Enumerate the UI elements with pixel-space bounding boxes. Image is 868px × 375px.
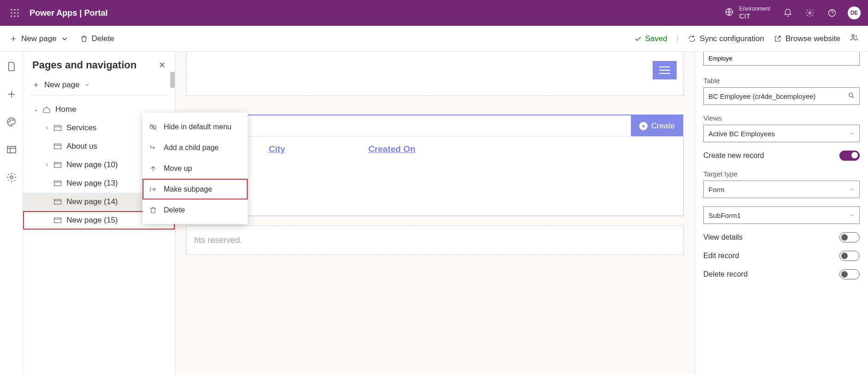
target-type-value: Form [708, 186, 725, 194]
gear-icon[interactable] [803, 6, 816, 19]
help-icon[interactable] [826, 6, 838, 19]
create-button[interactable]: + Create [631, 115, 683, 136]
environment-picker[interactable]: Environment CIT [725, 6, 770, 20]
new-page-label: New page [21, 34, 57, 43]
view-details-toggle[interactable] [839, 232, 860, 242]
ctx-move-up[interactable]: Move up [143, 158, 248, 179]
context-menu: Hide in default menuAdd a child pageMove… [143, 113, 248, 224]
page-icon [54, 162, 62, 168]
env-name: CIT [739, 12, 770, 20]
chevron-down-icon [849, 187, 855, 192]
rail-pages-icon[interactable] [6, 61, 17, 72]
page-icon [54, 125, 62, 131]
tree-item-label: About us [66, 142, 97, 151]
chevron-down-icon [60, 35, 69, 43]
child-icon [149, 144, 157, 152]
svg-point-24 [849, 93, 853, 97]
list-component[interactable]: + Create me City Created On [186, 115, 684, 216]
scrollbar-thumb[interactable] [170, 72, 175, 88]
footer-section[interactable]: hts reserved. [186, 225, 684, 255]
views-label: Views [703, 114, 860, 122]
sync-button[interactable]: Sync configuration [688, 34, 764, 43]
edit-record-label: Edit record [703, 252, 739, 260]
svg-point-14 [10, 120, 11, 121]
target-type-label: Target type [703, 170, 860, 178]
views-select[interactable]: Active BC Employees [703, 125, 860, 142]
tree-item-label: Services [66, 123, 96, 133]
waffle-icon[interactable] [4, 9, 26, 17]
ctx-label: Hide in default menu [164, 123, 232, 131]
col-header[interactable]: Created On [368, 144, 415, 154]
left-rail [0, 52, 23, 375]
rail-template-icon[interactable] [6, 144, 17, 155]
svg-point-1 [14, 9, 16, 11]
bell-icon[interactable] [781, 6, 794, 19]
subform-select[interactable]: SubForm1 [703, 206, 860, 224]
tree-item-label: New page (15) [66, 216, 118, 225]
svg-rect-16 [7, 146, 16, 153]
rail-plus-icon[interactable] [6, 89, 17, 100]
ctx-label: Delete [164, 206, 185, 214]
header-section[interactable] [186, 52, 684, 96]
svg-point-10 [809, 12, 811, 14]
svg-point-17 [10, 176, 13, 179]
name-field[interactable] [703, 52, 860, 66]
close-icon[interactable]: ✕ [159, 60, 166, 70]
create-new-label: Create new record [703, 151, 764, 160]
svg-point-15 [12, 120, 13, 121]
svg-point-4 [14, 12, 16, 14]
app-header: Power Apps | Portal Environment CIT DE [0, 0, 868, 26]
avatar[interactable]: DE [848, 6, 861, 19]
svg-rect-18 [54, 126, 61, 131]
col-header[interactable]: City [268, 144, 285, 154]
delete-button[interactable]: Delete [80, 34, 114, 43]
new-page-dropdown[interactable]: New page [30, 77, 167, 96]
delete-record-toggle[interactable] [839, 269, 860, 279]
page-icon [54, 199, 62, 205]
rail-theme-icon[interactable] [6, 116, 17, 127]
new-page-dd-label: New page [44, 80, 80, 90]
new-page-button[interactable]: New page [9, 34, 69, 43]
rail-settings-icon[interactable] [6, 172, 17, 183]
ctx-make-subpage[interactable]: Make subpage [143, 179, 248, 200]
svg-point-7 [14, 16, 16, 17]
hamburger-button[interactable] [653, 61, 677, 79]
create-new-toggle[interactable] [839, 151, 860, 161]
chevron-down-icon [849, 131, 855, 136]
ctx-label: Add a child page [164, 144, 219, 152]
saved-status: Saved [634, 34, 667, 43]
globe-icon [725, 7, 734, 18]
view-details-label: View details [703, 233, 743, 242]
browse-button[interactable]: Browse website [773, 34, 840, 43]
plus-circle-icon: + [639, 122, 648, 130]
ctx-add-a-child-page[interactable]: Add a child page [143, 137, 248, 158]
target-type-select[interactable]: Form [703, 181, 860, 198]
ctx-delete[interactable]: Delete [143, 200, 248, 220]
svg-point-2 [18, 9, 19, 11]
page-icon [54, 143, 62, 150]
sync-label: Sync configuration [700, 34, 764, 43]
delete-label: Delete [92, 34, 114, 43]
page-icon [54, 180, 62, 187]
views-value: Active BC Employees [708, 130, 775, 138]
canvas: + Create me City Created On hts reserved… [175, 52, 695, 375]
indent-icon [149, 185, 157, 194]
search-icon[interactable] [848, 92, 855, 101]
svg-point-0 [11, 9, 12, 11]
ctx-label: Move up [164, 164, 192, 173]
panel-title: Pages and navigation [32, 59, 137, 71]
svg-point-3 [11, 12, 12, 14]
footer-text: hts reserved. [194, 236, 242, 245]
delete-record-label: Delete record [703, 270, 748, 278]
edit-record-toggle[interactable] [839, 251, 860, 261]
app-title: Power Apps | Portal [30, 8, 107, 18]
svg-rect-20 [54, 163, 61, 168]
tree-item-label: New page (14) [66, 197, 118, 206]
command-bar: New page Delete Saved | Sync configurati… [0, 26, 868, 52]
up-icon [149, 164, 157, 173]
ctx-hide-in-default-menu[interactable]: Hide in default menu [143, 116, 248, 137]
svg-point-12 [852, 35, 854, 37]
table-field[interactable] [703, 87, 860, 105]
eye-off-icon [149, 123, 157, 131]
people-icon[interactable] [850, 33, 859, 44]
